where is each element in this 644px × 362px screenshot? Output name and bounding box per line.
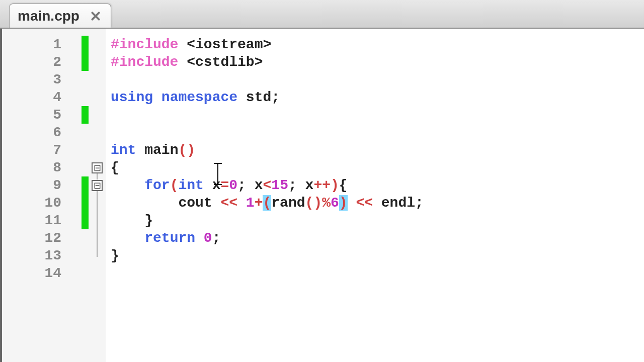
code-line: return 0; (111, 229, 644, 247)
file-tab[interactable]: main.cpp (9, 4, 111, 28)
code-line: #include <iostream> (111, 36, 644, 53)
code-line: #include <cstdlib> (111, 53, 644, 71)
fold-toggle[interactable]: ⊟ (92, 162, 103, 173)
code-line: for(int x=0; x<15; x++){ (111, 176, 644, 194)
code-line: } (111, 212, 644, 229)
tab-bar: main.cpp (0, 0, 644, 29)
gutter: 1 2 3 4 5 6 7 8 9 10 11 12 13 14 (2, 29, 106, 362)
fold-column: ⊟ ⊟ (89, 29, 106, 362)
bracket-highlight: ) (339, 195, 348, 211)
code-line: { (111, 159, 644, 176)
fold-toggle[interactable]: ⊟ (92, 180, 103, 191)
tab-title: main.cpp (18, 8, 79, 24)
line-number: 6 (2, 124, 61, 141)
code-line (111, 124, 644, 141)
change-markers (82, 29, 89, 362)
text-cursor (217, 163, 218, 185)
line-number: 8 (2, 159, 61, 176)
code-line: } (111, 247, 644, 264)
line-number: 14 (2, 264, 61, 282)
line-number: 11 (2, 212, 61, 229)
change-marker (82, 176, 89, 194)
line-number: 12 (2, 229, 61, 247)
line-number: 13 (2, 247, 61, 264)
line-number: 3 (2, 71, 61, 88)
change-marker (82, 194, 89, 212)
code-area[interactable]: #include <iostream> #include <cstdlib> u… (106, 29, 644, 362)
bracket-highlight: ( (263, 195, 271, 211)
line-number: 9 (2, 176, 61, 194)
code-line (111, 264, 644, 282)
change-marker (82, 36, 89, 53)
line-numbers: 1 2 3 4 5 6 7 8 9 10 11 12 13 14 (2, 29, 82, 362)
change-marker (82, 106, 89, 124)
code-line: cout << 1+(rand()%6) << endl; (111, 194, 644, 212)
line-number: 4 (2, 88, 61, 106)
code-line: using namespace std; (111, 88, 644, 106)
editor: 1 2 3 4 5 6 7 8 9 10 11 12 13 14 (0, 29, 644, 362)
line-number: 10 (2, 194, 61, 212)
close-icon[interactable] (89, 9, 103, 23)
code-line: int main() (111, 141, 644, 159)
code-line (111, 106, 644, 124)
line-number: 1 (2, 36, 61, 53)
line-number: 5 (2, 106, 61, 124)
line-number: 2 (2, 53, 61, 71)
code-line (111, 71, 644, 88)
change-marker (82, 212, 89, 229)
change-marker (82, 53, 89, 71)
line-number: 7 (2, 141, 61, 159)
